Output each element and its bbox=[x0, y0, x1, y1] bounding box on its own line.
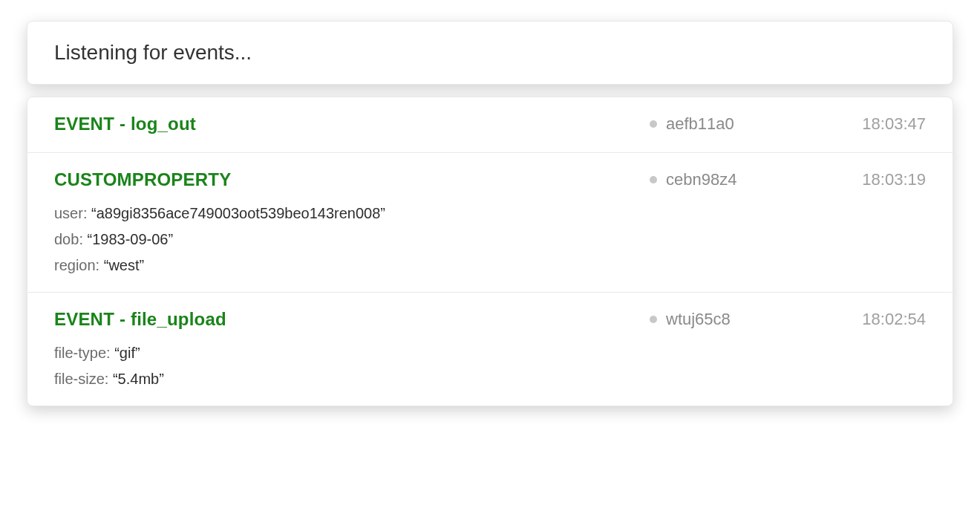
event-time: 18:03:47 bbox=[858, 114, 926, 134]
event-id: aefb11a0 bbox=[666, 114, 734, 134]
status-dot-icon bbox=[650, 120, 657, 128]
event-row[interactable]: CUSTOMPROPERTY cebn98z4 18:03:19 user: “… bbox=[27, 153, 953, 293]
event-time: 18:02:54 bbox=[858, 310, 926, 329]
event-meta: wtuj65c8 18:02:54 bbox=[650, 310, 926, 329]
event-meta: cebn98z4 18:03:19 bbox=[650, 170, 926, 189]
property-line: region: “west” bbox=[54, 257, 926, 274]
property-value: 1983-09-06 bbox=[92, 231, 168, 247]
event-header: EVENT - file_upload wtuj65c8 18:02:54 bbox=[54, 309, 926, 330]
property-key: region bbox=[54, 257, 96, 273]
property-key: dob bbox=[54, 231, 79, 247]
property-line: file-type: “gif” bbox=[54, 345, 926, 362]
event-header: EVENT - log_out aefb11a0 18:03:47 bbox=[54, 114, 926, 134]
property-value: west bbox=[108, 257, 139, 273]
status-dot-icon bbox=[650, 316, 657, 323]
event-properties: user: “a89gi8356ace749003oot539beo143ren… bbox=[54, 205, 926, 274]
event-id-wrap: aefb11a0 bbox=[650, 114, 776, 134]
event-header: CUSTOMPROPERTY cebn98z4 18:03:19 bbox=[54, 169, 926, 190]
event-title: CUSTOMPROPERTY bbox=[54, 169, 231, 190]
event-properties: file-type: “gif” file-size: “5.4mb” bbox=[54, 345, 926, 388]
property-key: user bbox=[54, 205, 83, 221]
event-time: 18:03:19 bbox=[858, 170, 926, 189]
property-value: 5.4mb bbox=[118, 371, 160, 387]
property-line: user: “a89gi8356ace749003oot539beo143ren… bbox=[54, 205, 926, 222]
event-id-wrap: cebn98z4 bbox=[650, 170, 776, 189]
event-meta: aefb11a0 18:03:47 bbox=[650, 114, 926, 134]
property-line: dob: “1983-09-06” bbox=[54, 231, 926, 248]
event-id: wtuj65c8 bbox=[666, 310, 731, 329]
property-value: a89gi8356ace749003oot539beo143ren008 bbox=[97, 205, 381, 221]
property-key: file-size bbox=[54, 371, 105, 387]
property-value: gif bbox=[120, 345, 135, 361]
listening-header-title: Listening for events... bbox=[54, 41, 926, 65]
event-title: EVENT - file_upload bbox=[54, 309, 226, 330]
event-id-wrap: wtuj65c8 bbox=[650, 310, 776, 329]
event-title: EVENT - log_out bbox=[54, 114, 196, 134]
event-row[interactable]: EVENT - log_out aefb11a0 18:03:47 bbox=[27, 97, 953, 153]
property-key: file-type bbox=[54, 345, 106, 361]
property-line: file-size: “5.4mb” bbox=[54, 371, 926, 388]
status-dot-icon bbox=[650, 176, 657, 183]
events-list-card: EVENT - log_out aefb11a0 18:03:47 CUSTOM… bbox=[27, 97, 953, 406]
event-row[interactable]: EVENT - file_upload wtuj65c8 18:02:54 fi… bbox=[27, 293, 953, 406]
listening-header-card: Listening for events... bbox=[27, 21, 953, 85]
event-id: cebn98z4 bbox=[666, 170, 736, 189]
